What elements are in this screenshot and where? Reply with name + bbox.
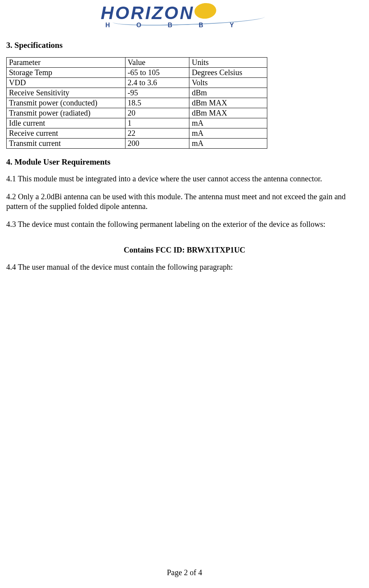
table-row: Idle current 1 mA [7, 118, 267, 128]
cell-units: mA [189, 128, 267, 139]
table-row: Transmit current 200 mA [7, 139, 267, 149]
cell-value: -95 [125, 88, 189, 98]
cell-units: dBm MAX [189, 98, 267, 108]
table-row: Transmit power (conducted) 18.5 dBm MAX [7, 98, 267, 108]
cell-value: 2.4 to 3.6 [125, 78, 189, 88]
logo-subtext: HOBBY [106, 22, 261, 29]
cell-units: mA [189, 118, 267, 128]
table-row: Receive current 22 mA [7, 128, 267, 139]
cell-value: -65 to 105 [125, 68, 189, 78]
table-row: Transmit power (radiated) 20 dBm MAX [7, 108, 267, 118]
th-parameter: Parameter [7, 58, 125, 68]
cell-param: Transmit power (radiated) [7, 108, 125, 118]
paragraph-4-4: 4.4 The user manual of the device must c… [6, 262, 363, 272]
cell-param: Receive Sensitivity [7, 88, 125, 98]
table-row: Storage Temp -65 to 105 Degrees Celsius [7, 68, 267, 78]
cell-param: Transmit current [7, 139, 125, 149]
cell-param: Storage Temp [7, 68, 125, 78]
heading-specifications: 3. Specifications [6, 40, 363, 50]
cell-units: dBm [189, 88, 267, 98]
heading-module-user-requirements: 4. Module User Requirements [6, 157, 363, 167]
paragraph-4-1: 4.1 This module must be integrated into … [6, 174, 363, 184]
fcc-id-label: Contains FCC ID: BRWX1TXP1UC [6, 246, 363, 255]
horizon-hobby-logo: HORIZON HOBBY [101, 2, 268, 30]
paragraph-4-3: 4.3 The device must contain the followin… [6, 219, 363, 230]
table-row: Receive Sensitivity -95 dBm [7, 88, 267, 98]
logo-wrap: HORIZON HOBBY [6, 2, 363, 30]
cell-units: Volts [189, 78, 267, 88]
cell-param: Idle current [7, 118, 125, 128]
cell-value: 22 [125, 128, 189, 139]
cell-param: Receive current [7, 128, 125, 139]
page-footer: Page 2 of 4 [0, 568, 369, 577]
cell-units: Degrees Celsius [189, 68, 267, 78]
cell-value: 20 [125, 108, 189, 118]
th-units: Units [189, 58, 267, 68]
cell-value: 200 [125, 139, 189, 149]
cell-value: 1 [125, 118, 189, 128]
cell-value: 18.5 [125, 98, 189, 108]
table-row: VDD 2.4 to 3.6 Volts [7, 78, 267, 88]
th-value: Value [125, 58, 189, 68]
paragraph-4-2: 4.2 Only a 2.0dBi antenna can be used wi… [6, 192, 363, 212]
cell-param: Transmit power (conducted) [7, 98, 125, 108]
table-header-row: Parameter Value Units [7, 58, 267, 68]
cell-units: mA [189, 139, 267, 149]
cell-units: dBm MAX [189, 108, 267, 118]
cell-param: VDD [7, 78, 125, 88]
specifications-table: Parameter Value Units Storage Temp -65 t… [6, 57, 267, 149]
